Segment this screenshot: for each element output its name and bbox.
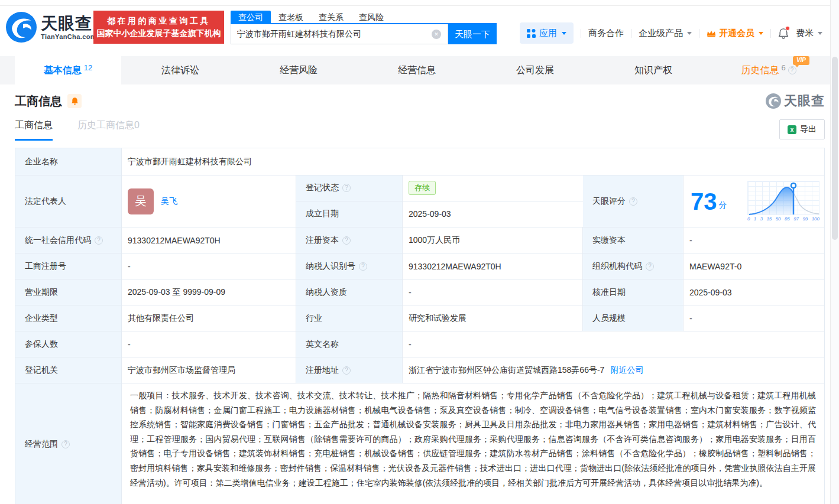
paidin-capital-label: 实缴资本 [583,227,683,253]
tab-company-development[interactable]: 公司发展 [476,56,594,84]
chevron-down-icon [818,32,822,35]
nearby-companies-link[interactable]: 附近公司 [610,365,643,376]
reg-status-label: 登记状态 [306,183,339,193]
score-curve [748,181,820,216]
excel-icon [788,125,796,134]
score-unit: 分 [719,200,727,211]
table-row: 法定代表人 吴 吴飞 登记状态 存续 成立日期 [15,175,824,227]
crown-icon [707,30,716,37]
business-term-label: 营业期限 [15,279,122,305]
main-nav: 基本信息12 法律诉讼 经营风险 经营信息 公司发展 知识产权 VIP 历史信息… [0,56,839,84]
menu-divider [631,29,631,38]
search-tab-risk[interactable]: 查风险 [351,11,391,23]
business-scope-value: 一般项目：技术服务、技术开发、技术咨询、技术交流、技术转让、技术推广；隔热和隔音… [122,383,824,504]
brand-domain: TianYanCha.com [41,33,96,40]
taxpayer-qualification-value: - [403,279,583,305]
menu-enterprise[interactable]: 企业级产品 [639,28,692,39]
score-value: 73 [691,190,717,213]
menu-cooperation[interactable]: 商务合作 [588,28,624,39]
menu-enterprise-label: 企业级产品 [639,28,683,39]
promo-line2: 国家中小企业发展子基金旗下机构 [97,28,221,39]
table-row: 统一社会信用代码 91330212MAEWA92T0H 注册资本 1000万人民… [15,227,824,253]
menu-open-vip[interactable]: 开通会员 [707,28,763,39]
tab-legal-proceedings[interactable]: 法律诉讼 [121,56,239,84]
tianyancha-logo-icon [6,12,37,43]
search-box: 查公司 查老板 查关系 查风险 天眼一下 [231,11,497,44]
help-icon [342,236,351,245]
industry-label: 行业 [296,305,403,331]
taxpayer-id-label: 纳税人识别号 [306,261,355,272]
content: 工商信息 天眼查 工商信息 历史工商信息0 导出 [0,84,839,504]
search-tab-boss[interactable]: 查老板 [271,11,311,23]
industry-value: 研究和试验发展 [403,305,583,331]
table-row: 参保人数 - 英文名称 - [15,331,824,357]
tianyancha-watermark-icon [766,93,781,109]
table-row: 工商注册号 - 纳税人识别号 91330212MAEWA92T0H 组织机构代码… [15,253,824,279]
section-title: 工商信息 [15,93,62,109]
legal-rep-link[interactable]: 吴飞 [161,196,177,207]
bell-icon [71,97,79,105]
search-input[interactable] [231,24,448,44]
staff-size-label: 人员规模 [583,305,683,331]
english-name-label: 英文名称 [296,331,403,357]
business-term-value: 2025-09-03 至 9999-09-09 [122,279,296,305]
tab-operation-risk[interactable]: 经营风险 [239,56,358,84]
company-name-label: 企业名称 [15,148,122,175]
registered-capital-value: 1000万人民币 [403,227,583,253]
export-button[interactable]: 导出 [779,119,825,139]
subscribe-bell-button[interactable] [67,94,82,108]
search-button[interactable]: 天眼一下 [448,24,497,44]
insured-count-value: - [122,331,296,357]
score-curve-chart: 0131550859799100 [747,181,821,222]
staff-size-value: - [683,305,824,331]
tab-history-info[interactable]: VIP 历史信息6 [712,56,825,84]
promo-line1: 都在用的商业查询工具 [107,16,210,27]
registered-capital-label: 注册资本 [306,235,339,246]
company-type-value: 其他有限责任公司 [122,305,296,331]
help-icon [95,236,103,245]
search-tab-relation[interactable]: 查关系 [311,11,351,23]
menu-divider [699,29,699,38]
org-code-label: 组织机构代码 [592,261,642,272]
table-row: 企业名称 宁波市鄞开雨虹建材科技有限公司 [15,148,824,175]
subtab-history-business-info[interactable]: 历史工商信息0 [77,119,140,141]
registration-number-value: - [122,253,296,279]
help-icon [788,66,796,74]
paidin-capital-value: - [683,227,824,253]
table-row: 经营范围 一般项目：技术服务、技术开发、技术咨询、技术交流、技术转让、技术推广；… [15,383,824,504]
apps-menu-label: 应用 [539,28,557,39]
registration-number-label: 工商注册号 [15,253,122,279]
tianyancha-logo[interactable]: 天眼查 TianYanCha.com [6,12,96,43]
establish-date-value: 2025-09-03 [403,201,583,227]
page: 天眼查 TianYanCha.com 都在用的商业查询工具 国家中小企业发展子基… [0,0,839,504]
search-tab-company[interactable]: 查公司 [231,11,271,23]
tab-basic-info[interactable]: 基本信息12 [15,56,121,84]
company-name-value: 宁波市鄞开雨虹建材科技有限公司 [122,148,824,175]
menu-open-vip-label: 开通会员 [719,28,754,39]
chevron-down-icon [759,32,763,35]
export-label: 导出 [800,124,817,135]
table-row: 登记机关 宁波市鄞州区市场监督管理局 注册地址 浙江省宁波市鄞州区钟公庙街道贸城… [15,357,824,383]
subtab-business-info[interactable]: 工商信息 [15,119,53,141]
score-label: 天眼评分 [592,196,626,207]
legal-rep-label: 法定代表人 [15,175,122,227]
legal-rep-avatar[interactable]: 吴 [128,188,154,214]
tab-count: 12 [84,63,92,72]
apps-menu[interactable]: 应用 [520,22,574,44]
apps-grid-icon [527,29,536,38]
status-badge: 存续 [409,181,436,195]
scrollbar[interactable] [830,0,839,504]
user-menu[interactable]: 费米 [796,28,822,39]
establish-date-label: 成立日期 [296,201,403,227]
credit-code-label: 统一社会信用代码 [25,235,91,246]
tab-intellectual-property[interactable]: 知识产权 [594,56,712,84]
notification-bell[interactable] [778,28,789,39]
clear-search-icon[interactable] [432,30,441,39]
insured-count-label: 参保人数 [15,331,122,357]
chevron-down-icon [562,32,566,35]
approval-date-value: 2025-09-03 [683,279,824,305]
pin-marker-icon [791,183,796,188]
site-header: 天眼查 TianYanCha.com 都在用的商业查询工具 国家中小企业发展子基… [0,6,839,56]
tab-operation-info[interactable]: 经营信息 [358,56,476,84]
scrollbar-thumb[interactable] [832,57,838,240]
